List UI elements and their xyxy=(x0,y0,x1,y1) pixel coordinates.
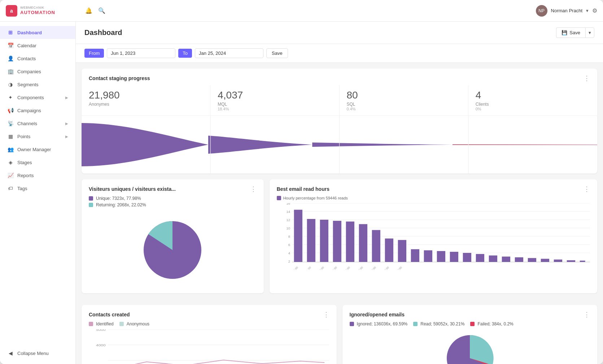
from-label: From xyxy=(84,49,104,58)
email-hours-title: Best email read hours xyxy=(277,186,329,192)
save-dropdown-button[interactable]: ▾ xyxy=(585,27,594,38)
svg-text:12: 12 xyxy=(286,218,290,222)
sidebar-item-channels[interactable]: 📡 Channels ▶ xyxy=(0,117,75,130)
visitors-card-title: Visiteurs uniques / visiteurs exista... xyxy=(89,186,176,192)
main-layout: ⊞ Dashboard 📅 Calendar 👤 Contacts 🏢 Comp… xyxy=(0,22,603,364)
collapse-icon: ◀ xyxy=(7,350,14,356)
sidebar-label-contacts: Contacts xyxy=(17,56,68,61)
page-title: Dashboard xyxy=(84,28,122,37)
svg-text:11:00-12:00: 11:00-12:00 xyxy=(312,266,324,269)
ignored-label: Ignored; 136036x, 69.59% xyxy=(357,321,408,326)
visitors-legend-returning: Returning: 2068x, 22.02% xyxy=(89,202,257,207)
contacts-created-menu-icon[interactable]: ⋮ xyxy=(323,311,329,319)
sidebar: ⊞ Dashboard 📅 Calendar 👤 Contacts 🏢 Comp… xyxy=(0,22,76,364)
campaigns-icon: 📢 xyxy=(7,108,14,113)
sidebar-item-collapse[interactable]: ◀ Collapse Menu xyxy=(0,347,75,360)
svg-rect-20 xyxy=(294,210,302,262)
logo-icon: a xyxy=(6,5,17,17)
staging-menu-icon[interactable]: ⋮ xyxy=(584,74,590,82)
anonymous-dot xyxy=(119,322,124,326)
sidebar-item-segments[interactable]: ◑ Segments xyxy=(0,78,75,91)
bar-chart-svg: 16 14 12 10 8 6 4 2 xyxy=(277,203,590,269)
topbar-icons: 🔔 🔍 xyxy=(85,7,105,14)
sidebar-label-calendar: Calendar xyxy=(17,43,68,48)
logo-bottom-text: AUTOMATION xyxy=(20,10,55,16)
sidebar-label-dashboard: Dashboard xyxy=(17,30,68,35)
sidebar-label-owner-manager: Owner Manager xyxy=(17,147,68,152)
date-filter: From To Save xyxy=(76,44,603,63)
pie-chart-area xyxy=(82,210,264,293)
save-button-group: 💾 Save ▾ xyxy=(556,27,594,38)
emails-title: Ignored/opened emails xyxy=(350,312,405,317)
visitors-pie-chart xyxy=(136,214,209,286)
svg-rect-37 xyxy=(515,257,523,262)
emails-menu-icon[interactable]: ⋮ xyxy=(584,311,590,319)
staging-stat-sql: 80 SQL 0.4% xyxy=(340,85,468,115)
bell-icon[interactable]: 🔔 xyxy=(85,7,92,14)
visitors-menu-icon[interactable]: ⋮ xyxy=(250,185,257,193)
email-hours-card: Best email read hours ⋮ Hourly percentag… xyxy=(270,179,597,293)
svg-text:4000: 4000 xyxy=(96,343,106,347)
sidebar-item-tags[interactable]: 🏷 Tags xyxy=(0,182,75,195)
svg-rect-39 xyxy=(541,259,549,262)
svg-rect-25 xyxy=(359,224,367,262)
sidebar-item-owner-manager[interactable]: 👥 Owner Manager xyxy=(0,143,75,156)
funnel-svg xyxy=(82,116,597,174)
svg-rect-41 xyxy=(567,260,575,262)
failed-legend: Failed; 384x, 0.2% xyxy=(470,321,513,326)
sidebar-item-companies[interactable]: 🏢 Companies xyxy=(0,65,75,78)
svg-text:16:00-17:00: 16:00-17:00 xyxy=(364,266,376,269)
save-main-button[interactable]: 💾 Save xyxy=(556,27,585,38)
to-label: To xyxy=(178,49,192,58)
sidebar-item-components[interactable]: ✦ Components ▶ xyxy=(0,91,75,104)
to-date-input[interactable] xyxy=(195,48,263,58)
sidebar-item-calendar[interactable]: 📅 Calendar xyxy=(0,39,75,52)
points-arrow-icon: ▶ xyxy=(65,135,68,139)
reports-icon: 📈 xyxy=(7,172,14,178)
sidebar-item-points[interactable]: ▦ Points ▶ xyxy=(0,130,75,143)
content-area: Dashboard 💾 Save ▾ From To Save xyxy=(76,22,603,364)
contacts-icon: 👤 xyxy=(7,56,14,61)
gear-icon[interactable]: ⚙ xyxy=(592,7,597,14)
email-hours-card-header: Best email read hours ⋮ xyxy=(270,179,597,196)
unique-legend-dot xyxy=(89,196,93,201)
staging-pct-sql: 0.4% xyxy=(347,107,461,111)
failed-dot xyxy=(470,322,475,326)
identified-label: Identified xyxy=(96,321,114,326)
email-hours-bar-chart: 16 14 12 10 8 6 4 2 xyxy=(270,203,597,275)
sidebar-label-segments: Segments xyxy=(17,82,68,87)
staging-num-mql: 4,037 xyxy=(218,89,332,101)
sidebar-item-contacts[interactable]: 👤 Contacts xyxy=(0,52,75,65)
topbar: a webmecanik AUTOMATION 🔔 🔍 NP Norman Pr… xyxy=(0,0,603,22)
email-hours-menu-icon[interactable]: ⋮ xyxy=(584,185,590,193)
sidebar-item-stages[interactable]: ◈ Stages xyxy=(0,156,75,169)
staging-card-title: Contact staging progress xyxy=(89,75,150,81)
segments-icon: ◑ xyxy=(7,82,14,87)
emails-pie-svg xyxy=(441,329,499,364)
ignored-dot xyxy=(350,322,354,326)
sidebar-item-campaigns[interactable]: 📢 Campaigns xyxy=(0,104,75,117)
staging-card: Contact staging progress ⋮ 21,980 Anonym… xyxy=(82,69,597,174)
sidebar-item-dashboard[interactable]: ⊞ Dashboard xyxy=(0,26,75,39)
svg-text:15:00-16:00: 15:00-16:00 xyxy=(338,266,350,269)
bottom-row: Contacts created ⋮ Identified Anonymous xyxy=(82,305,597,364)
identified-dot xyxy=(89,322,93,326)
search-icon[interactable]: 🔍 xyxy=(98,7,105,14)
returning-legend-dot xyxy=(89,203,93,207)
svg-rect-32 xyxy=(450,252,458,262)
svg-rect-30 xyxy=(424,250,432,262)
svg-text:6: 6 xyxy=(288,243,290,247)
contacts-created-title: Contacts created xyxy=(89,312,130,317)
svg-rect-33 xyxy=(463,253,471,262)
save-label: Save xyxy=(569,30,580,35)
dashboard-body: Contact staging progress ⋮ 21,980 Anonym… xyxy=(76,63,603,364)
svg-rect-42 xyxy=(580,260,585,262)
save-date-button[interactable]: Save xyxy=(266,48,288,58)
funnel-chart xyxy=(82,116,597,174)
logo-text: webmecanik AUTOMATION xyxy=(20,6,55,15)
from-date-input[interactable] xyxy=(107,48,175,58)
svg-rect-29 xyxy=(411,249,419,262)
logo-letter: a xyxy=(10,8,13,14)
sidebar-item-reports[interactable]: 📈 Reports xyxy=(0,169,75,182)
user-dropdown-icon[interactable]: ▾ xyxy=(586,8,589,13)
